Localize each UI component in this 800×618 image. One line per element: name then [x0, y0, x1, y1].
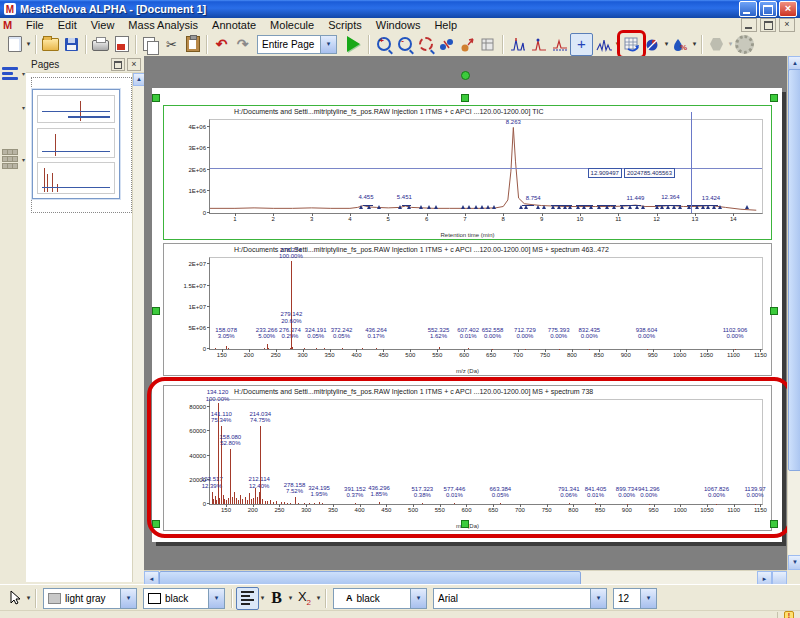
child-minimize-button[interactable] [741, 18, 757, 32]
spectrum-table-button[interactable] [621, 34, 642, 55]
peak-picking-button[interactable] [507, 34, 528, 55]
y-tick-label: 5E+06 [188, 325, 206, 331]
save-button[interactable] [61, 34, 82, 55]
line-color-combo[interactable]: black ▾ [143, 588, 225, 609]
new-document-button[interactable] [4, 34, 25, 55]
ms1-plot-area[interactable]: 1502002503003504004505005506006507007508… [209, 257, 763, 350]
bold-button[interactable]: B [266, 588, 287, 609]
font-family-combo[interactable]: Arial ▾ [433, 588, 607, 609]
combo-arrow-icon[interactable]: ▾ [590, 589, 606, 608]
cursor-tool-button[interactable] [4, 588, 25, 609]
bold-caret-icon[interactable]: ▾ [287, 594, 294, 602]
spectrum-peak [342, 348, 343, 349]
vertical-scroll-thumb[interactable] [788, 69, 800, 471]
menu-item-mass-analysis[interactable]: Mass Analysis [121, 19, 205, 31]
child-close-button[interactable]: × [779, 18, 795, 32]
pages-close-button[interactable]: × [127, 58, 141, 71]
cursor-tool-caret-icon[interactable]: ▾ [25, 594, 32, 602]
combo-arrow-icon[interactable]: ▾ [640, 589, 656, 608]
font-color-combo[interactable]: A black ▾ [333, 588, 427, 609]
rotation-handle[interactable] [461, 71, 470, 80]
minimize-button[interactable] [739, 1, 757, 17]
dock-shapes-button[interactable]: ▾ [2, 96, 24, 118]
chart-title: H:/Documents and Setti...mitriptyline_fs… [234, 108, 544, 115]
title-bar[interactable]: M MestReNova ALPHA - [Document 1] × [0, 0, 800, 18]
new-document-caret-icon[interactable]: ▾ [25, 40, 32, 48]
menu-item-help[interactable]: Help [427, 19, 464, 31]
tic-chromatogram[interactable]: H:/Documents and Setti...mitriptyline_fs… [163, 105, 772, 240]
combo-arrow-icon[interactable]: ▾ [320, 36, 336, 53]
copy-button[interactable] [140, 34, 161, 55]
pages-float-button[interactable] [111, 58, 125, 71]
fit-molecule-button[interactable] [457, 34, 478, 55]
dock-list-button[interactable]: ▾ [2, 62, 24, 84]
selection-handle-top-center[interactable] [461, 94, 469, 102]
redo-button[interactable]: ↷ [232, 34, 253, 55]
dock-shapes-caret-icon[interactable]: ▾ [22, 104, 25, 111]
font-size-combo[interactable]: 12 ▾ [613, 588, 657, 609]
expand-selection-button[interactable] [436, 34, 457, 55]
menu-item-edit[interactable]: Edit [51, 19, 84, 31]
horizontal-scrollbar[interactable]: ◄ ► [144, 570, 787, 584]
subscript-caret-icon[interactable]: ▾ [315, 594, 322, 602]
scroll-down-icon[interactable]: ▼ [788, 555, 800, 570]
close-button[interactable]: × [779, 1, 797, 17]
zoom-out-button[interactable]: - [394, 34, 415, 55]
menu-item-file[interactable]: File [19, 19, 51, 31]
selection-handle-mid-left[interactable] [152, 307, 160, 315]
align-button[interactable] [236, 587, 259, 610]
selection-handle-mid-right[interactable] [770, 307, 778, 315]
print-button[interactable] [90, 34, 111, 55]
combo-arrow-icon[interactable]: ▾ [410, 589, 426, 608]
multiplet-caret-icon[interactable]: ▾ [614, 40, 621, 48]
peak-by-peak-button[interactable] [528, 34, 549, 55]
selection-handle-top-left[interactable] [152, 94, 160, 102]
dock-list-caret-icon[interactable]: ▾ [22, 70, 25, 77]
intensity-caret-icon[interactable]: ▾ [691, 40, 698, 48]
intensity-percent-button[interactable]: % [670, 34, 691, 55]
fill-color-combo[interactable]: light gray ▾ [43, 588, 137, 609]
x-tick-label: 900 [621, 352, 631, 358]
align-caret-icon[interactable]: ▾ [259, 594, 266, 602]
menu-item-windows[interactable]: Windows [369, 19, 428, 31]
tic-plot-area[interactable]: 12345678910111213144E+063E+062E+061E+060… [209, 119, 763, 214]
assignments-caret-icon[interactable]: ▾ [663, 40, 670, 48]
copy-table-button[interactable] [478, 34, 499, 55]
pages-scrollbar[interactable]: ▲ [132, 73, 144, 582]
zoom-region-button[interactable] [415, 34, 436, 55]
molecule-button[interactable] [706, 34, 727, 55]
open-button[interactable] [40, 34, 61, 55]
combo-arrow-icon[interactable]: ▾ [120, 589, 136, 608]
restore-button[interactable] [759, 1, 777, 17]
menu-item-scripts[interactable]: Scripts [321, 19, 369, 31]
zoom-level-combo[interactable]: Entire Page ▾ [257, 35, 337, 54]
undo-button[interactable]: ↶ [211, 34, 232, 55]
dock-grid-button[interactable]: ▾ [2, 148, 24, 170]
page-thumbnail[interactable] [32, 89, 120, 199]
subscript-button[interactable]: X2 [294, 588, 315, 609]
menu-item-molecule[interactable]: Molecule [263, 19, 321, 31]
vertical-scrollbar[interactable]: ▲ ▼ [787, 56, 800, 570]
spectrum-bar [304, 348, 305, 349]
multiplet-analysis-button[interactable] [593, 34, 614, 55]
properties-button[interactable] [734, 34, 755, 55]
combo-arrow-icon[interactable]: ▾ [208, 589, 224, 608]
dock-grid-caret-icon[interactable]: ▾ [22, 156, 25, 163]
ms-spectrum-463-472[interactable]: H:/Documents and Setti...mitriptyline_fs… [163, 243, 772, 376]
export-pdf-button[interactable] [111, 34, 132, 55]
cut-button[interactable]: ✂ [161, 34, 182, 55]
run-button[interactable] [341, 34, 365, 55]
crosshair-button[interactable]: + [570, 33, 593, 56]
zoom-in-button[interactable]: + [373, 34, 394, 55]
paste-button[interactable] [182, 34, 203, 55]
assignments-button[interactable] [642, 34, 663, 55]
pages-panel-header[interactable]: Pages × [26, 56, 144, 73]
child-restore-button[interactable] [760, 18, 776, 32]
menu-item-annotate[interactable]: Annotate [205, 19, 263, 31]
peak-label: 5.451 [397, 194, 412, 201]
baseline-button[interactable] [549, 34, 570, 55]
warning-icon[interactable]: ! [784, 611, 794, 618]
horizontal-scroll-track[interactable] [581, 571, 757, 584]
menu-item-view[interactable]: View [84, 19, 122, 31]
selection-handle-top-right[interactable] [770, 94, 778, 102]
